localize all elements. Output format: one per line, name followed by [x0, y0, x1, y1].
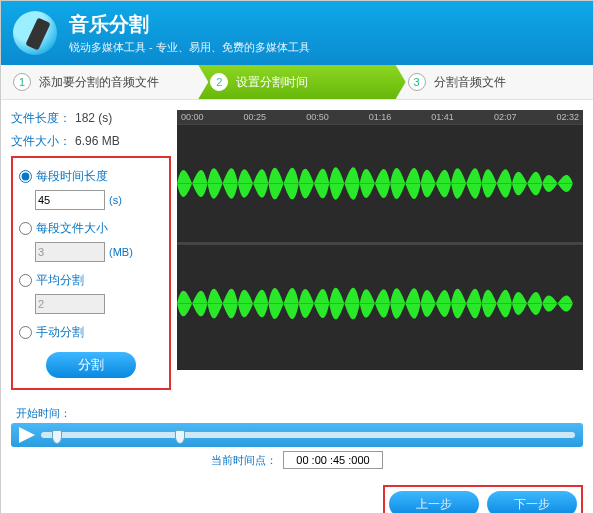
step-3[interactable]: 3 分割音频文件: [396, 65, 593, 99]
range-start-marker[interactable]: [52, 430, 62, 444]
range-end-marker[interactable]: [175, 430, 185, 444]
waveform-area[interactable]: 00:0000:2500:50 01:1601:4102:0702:32: [177, 110, 583, 370]
waveform-bottom: [177, 244, 583, 362]
current-time-label: 当前时间点：: [211, 453, 277, 468]
prev-button[interactable]: 上一步: [389, 491, 479, 513]
step-label: 分割音频文件: [434, 74, 506, 91]
next-button[interactable]: 下一步: [487, 491, 577, 513]
split-button[interactable]: 分割: [46, 352, 136, 378]
start-time-label: 开始时间：: [11, 406, 71, 421]
step-number: 2: [210, 73, 228, 91]
split-options-panel: 每段时间长度 (s) 每段文件大小 (MB): [11, 156, 171, 390]
step-label: 设置分割时间: [236, 74, 308, 91]
file-length: 文件长度：182 (s): [11, 110, 171, 127]
step-1[interactable]: 1 添加要分割的音频文件: [1, 65, 198, 99]
file-size: 文件大小：6.96 MB: [11, 133, 171, 150]
size-unit: (MB): [109, 246, 133, 258]
app-logo-icon: [13, 11, 57, 55]
step-label: 添加要分割的音频文件: [39, 74, 159, 91]
time-unit: (s): [109, 194, 122, 206]
time-ruler: 00:0000:2500:50 01:1601:4102:0702:32: [177, 110, 583, 124]
opt-manual-radio[interactable]: [19, 326, 32, 339]
opt-manual[interactable]: 手动分割: [19, 324, 84, 341]
opt-by-size-radio[interactable]: [19, 222, 32, 235]
opt-by-time-radio[interactable]: [19, 170, 32, 183]
timeline-slider-row: [11, 423, 583, 447]
opt-avg-radio[interactable]: [19, 274, 32, 287]
step-number: 3: [408, 73, 426, 91]
app-header: 音乐分割 锐动多媒体工具 - 专业、易用、免费的多媒体工具: [1, 1, 593, 65]
opt-by-time[interactable]: 每段时间长度: [19, 168, 108, 185]
size-input: [35, 242, 105, 262]
opt-by-size[interactable]: 每段文件大小: [19, 220, 108, 237]
opt-avg[interactable]: 平均分割: [19, 272, 84, 289]
step-2[interactable]: 2 设置分割时间: [198, 65, 395, 99]
wizard-steps: 1 添加要分割的音频文件 2 设置分割时间 3 分割音频文件: [1, 65, 593, 100]
time-length-input[interactable]: [35, 190, 105, 210]
avg-input: [35, 294, 105, 314]
waveform-top: [177, 124, 583, 242]
nav-buttons: 上一步 下一步: [383, 485, 583, 513]
current-time-input[interactable]: [283, 451, 383, 469]
timeline-slider[interactable]: [41, 432, 575, 438]
app-subtitle: 锐动多媒体工具 - 专业、易用、免费的多媒体工具: [69, 40, 310, 55]
play-icon[interactable]: [19, 427, 35, 443]
app-title: 音乐分割: [69, 11, 310, 38]
step-number: 1: [13, 73, 31, 91]
